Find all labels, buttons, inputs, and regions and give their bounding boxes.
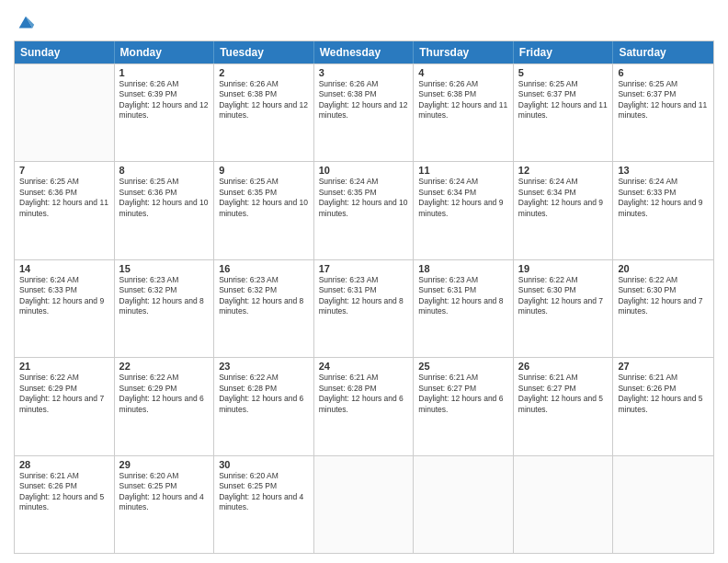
day-number: 14 (19, 263, 109, 274)
calendar-header-monday: Monday (115, 41, 215, 63)
calendar-header-friday: Friday (514, 41, 614, 63)
day-number: 8 (119, 165, 210, 176)
day-info: Sunrise: 6:23 AMSunset: 6:32 PMDaylight:… (219, 275, 309, 317)
calendar-header-sunday: Sunday (15, 41, 115, 63)
day-info: Sunrise: 6:25 AMSunset: 6:36 PMDaylight:… (119, 177, 210, 219)
calendar-cell: 3Sunrise: 6:26 AMSunset: 6:38 PMDaylight… (314, 64, 415, 161)
logo-icon (16, 13, 36, 33)
calendar-cell: 10Sunrise: 6:24 AMSunset: 6:35 PMDayligh… (314, 162, 415, 259)
day-number: 19 (518, 263, 609, 274)
calendar-header-saturday: Saturday (613, 41, 713, 63)
day-number: 6 (618, 67, 709, 78)
header (14, 9, 714, 33)
day-info: Sunrise: 6:25 AMSunset: 6:35 PMDaylight:… (219, 177, 309, 219)
calendar-row-5: 28Sunrise: 6:21 AMSunset: 6:26 PMDayligh… (15, 455, 713, 553)
day-info: Sunrise: 6:21 AMSunset: 6:28 PMDaylight:… (319, 373, 409, 415)
day-info: Sunrise: 6:22 AMSunset: 6:30 PMDaylight:… (618, 275, 709, 317)
day-info: Sunrise: 6:26 AMSunset: 6:39 PMDaylight:… (119, 79, 210, 121)
calendar-row-1: 1Sunrise: 6:26 AMSunset: 6:39 PMDaylight… (15, 63, 713, 161)
day-info: Sunrise: 6:21 AMSunset: 6:27 PMDaylight:… (518, 373, 609, 415)
calendar-cell: 9Sunrise: 6:25 AMSunset: 6:35 PMDaylight… (214, 162, 314, 259)
day-number: 30 (219, 459, 309, 470)
calendar-cell: 2Sunrise: 6:26 AMSunset: 6:38 PMDaylight… (214, 64, 314, 161)
day-number: 18 (418, 263, 508, 274)
calendar-cell: 24Sunrise: 6:21 AMSunset: 6:28 PMDayligh… (314, 358, 415, 454)
day-number: 25 (418, 361, 508, 372)
calendar-header-tuesday: Tuesday (214, 41, 314, 63)
day-number: 1 (119, 67, 210, 78)
calendar-cell: 5Sunrise: 6:25 AMSunset: 6:37 PMDaylight… (514, 64, 614, 161)
day-info: Sunrise: 6:20 AMSunset: 6:25 PMDaylight:… (219, 471, 309, 513)
calendar-row-3: 14Sunrise: 6:24 AMSunset: 6:33 PMDayligh… (15, 259, 713, 357)
calendar-cell: 15Sunrise: 6:23 AMSunset: 6:32 PMDayligh… (115, 260, 215, 357)
day-info: Sunrise: 6:22 AMSunset: 6:28 PMDaylight:… (219, 373, 309, 415)
calendar-row-2: 7Sunrise: 6:25 AMSunset: 6:36 PMDaylight… (15, 161, 713, 259)
calendar-cell: 14Sunrise: 6:24 AMSunset: 6:33 PMDayligh… (15, 260, 115, 357)
day-info: Sunrise: 6:21 AMSunset: 6:27 PMDaylight:… (418, 373, 508, 415)
day-info: Sunrise: 6:26 AMSunset: 6:38 PMDaylight:… (319, 79, 409, 121)
day-info: Sunrise: 6:25 AMSunset: 6:37 PMDaylight:… (618, 79, 709, 121)
day-info: Sunrise: 6:23 AMSunset: 6:31 PMDaylight:… (418, 275, 508, 317)
calendar-cell: 25Sunrise: 6:21 AMSunset: 6:27 PMDayligh… (414, 358, 514, 454)
day-info: Sunrise: 6:22 AMSunset: 6:29 PMDaylight:… (19, 373, 109, 415)
calendar-header-thursday: Thursday (414, 41, 514, 63)
calendar-cell (414, 456, 514, 553)
day-number: 23 (219, 361, 309, 372)
day-number: 26 (518, 361, 609, 372)
day-number: 24 (319, 361, 409, 372)
calendar-cell: 8Sunrise: 6:25 AMSunset: 6:36 PMDaylight… (115, 162, 215, 259)
calendar-cell: 28Sunrise: 6:21 AMSunset: 6:26 PMDayligh… (15, 456, 115, 553)
day-number: 7 (19, 165, 109, 176)
calendar-cell (514, 456, 614, 553)
day-info: Sunrise: 6:25 AMSunset: 6:37 PMDaylight:… (518, 79, 609, 121)
day-number: 3 (319, 67, 409, 78)
calendar-cell: 30Sunrise: 6:20 AMSunset: 6:25 PMDayligh… (214, 456, 314, 553)
day-number: 20 (618, 263, 709, 274)
day-number: 2 (219, 67, 309, 78)
day-number: 10 (319, 165, 409, 176)
day-info: Sunrise: 6:26 AMSunset: 6:38 PMDaylight:… (219, 79, 309, 121)
day-info: Sunrise: 6:22 AMSunset: 6:30 PMDaylight:… (518, 275, 609, 317)
calendar-cell: 11Sunrise: 6:24 AMSunset: 6:34 PMDayligh… (414, 162, 514, 259)
day-number: 5 (518, 67, 609, 78)
calendar-cell: 19Sunrise: 6:22 AMSunset: 6:30 PMDayligh… (514, 260, 614, 357)
day-info: Sunrise: 6:24 AMSunset: 6:34 PMDaylight:… (418, 177, 508, 219)
day-info: Sunrise: 6:23 AMSunset: 6:32 PMDaylight:… (119, 275, 210, 317)
calendar-cell: 20Sunrise: 6:22 AMSunset: 6:30 PMDayligh… (613, 260, 713, 357)
calendar-cell: 26Sunrise: 6:21 AMSunset: 6:27 PMDayligh… (514, 358, 614, 454)
day-number: 28 (19, 459, 109, 470)
day-number: 12 (518, 165, 609, 176)
calendar-header-wednesday: Wednesday (314, 41, 415, 63)
day-number: 15 (119, 263, 210, 274)
day-number: 11 (418, 165, 508, 176)
day-info: Sunrise: 6:24 AMSunset: 6:33 PMDaylight:… (19, 275, 109, 317)
calendar-cell: 1Sunrise: 6:26 AMSunset: 6:39 PMDaylight… (115, 64, 215, 161)
calendar-cell (613, 456, 713, 553)
calendar-cell: 21Sunrise: 6:22 AMSunset: 6:29 PMDayligh… (15, 358, 115, 454)
calendar-page: SundayMondayTuesdayWednesdayThursdayFrid… (0, 0, 728, 563)
logo-text (14, 13, 36, 33)
day-number: 4 (418, 67, 508, 78)
day-number: 29 (119, 459, 210, 470)
day-info: Sunrise: 6:24 AMSunset: 6:33 PMDaylight:… (618, 177, 709, 219)
calendar-cell: 7Sunrise: 6:25 AMSunset: 6:36 PMDaylight… (15, 162, 115, 259)
day-info: Sunrise: 6:23 AMSunset: 6:31 PMDaylight:… (319, 275, 409, 317)
calendar-cell (15, 64, 115, 161)
day-info: Sunrise: 6:24 AMSunset: 6:34 PMDaylight:… (518, 177, 609, 219)
calendar-cell: 13Sunrise: 6:24 AMSunset: 6:33 PMDayligh… (613, 162, 713, 259)
day-info: Sunrise: 6:26 AMSunset: 6:38 PMDaylight:… (418, 79, 508, 121)
calendar-header: SundayMondayTuesdayWednesdayThursdayFrid… (15, 41, 713, 63)
day-number: 17 (319, 263, 409, 274)
day-info: Sunrise: 6:25 AMSunset: 6:36 PMDaylight:… (19, 177, 109, 219)
calendar-cell: 18Sunrise: 6:23 AMSunset: 6:31 PMDayligh… (414, 260, 514, 357)
calendar: SundayMondayTuesdayWednesdayThursdayFrid… (14, 40, 714, 554)
day-info: Sunrise: 6:24 AMSunset: 6:35 PMDaylight:… (319, 177, 409, 219)
calendar-cell: 22Sunrise: 6:22 AMSunset: 6:29 PMDayligh… (115, 358, 215, 454)
day-info: Sunrise: 6:21 AMSunset: 6:26 PMDaylight:… (19, 471, 109, 513)
day-number: 21 (19, 361, 109, 372)
calendar-cell: 27Sunrise: 6:21 AMSunset: 6:26 PMDayligh… (613, 358, 713, 454)
calendar-cell: 23Sunrise: 6:22 AMSunset: 6:28 PMDayligh… (214, 358, 314, 454)
calendar-cell: 6Sunrise: 6:25 AMSunset: 6:37 PMDaylight… (613, 64, 713, 161)
day-number: 13 (618, 165, 709, 176)
calendar-row-4: 21Sunrise: 6:22 AMSunset: 6:29 PMDayligh… (15, 357, 713, 454)
